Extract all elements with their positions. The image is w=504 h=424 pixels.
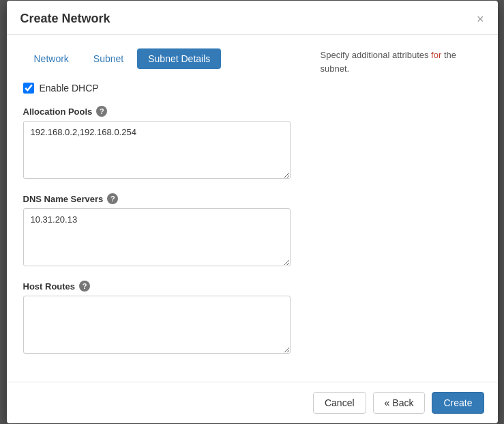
modal-overlay: Create Network × Network Subnet Subnet D…	[0, 0, 504, 424]
host-routes-help-icon[interactable]: ?	[79, 281, 90, 292]
create-button[interactable]: Create	[432, 392, 484, 414]
dns-name-servers-help-icon[interactable]: ?	[107, 193, 118, 204]
modal-footer: Cancel « Back Create	[7, 382, 498, 423]
cancel-button[interactable]: Cancel	[313, 392, 366, 414]
tabs-container: Network Subnet Subnet Details	[23, 48, 291, 69]
host-routes-section: Host Routes ?	[23, 281, 291, 356]
enable-dhcp-checkbox[interactable]	[23, 83, 34, 94]
create-network-modal: Create Network × Network Subnet Subnet D…	[7, 1, 498, 423]
modal-body: Network Subnet Subnet Details Enable DHC…	[7, 35, 498, 382]
allocation-pools-section: Allocation Pools ? 192.168.0.2,192.168.0…	[23, 106, 291, 181]
host-routes-textarea[interactable]	[23, 296, 291, 354]
left-panel: Network Subnet Subnet Details Enable DHC…	[7, 35, 307, 382]
allocation-pools-label: Allocation Pools ?	[23, 106, 291, 117]
tab-subnet[interactable]: Subnet	[83, 48, 134, 69]
back-arrow-icon: «	[385, 397, 390, 408]
tab-network[interactable]: Network	[23, 48, 80, 69]
dns-name-servers-label: DNS Name Servers ?	[23, 193, 291, 204]
allocation-pools-textarea[interactable]: 192.168.0.2,192.168.0.254	[23, 121, 291, 179]
dns-name-servers-section: DNS Name Servers ? 10.31.20.13	[23, 193, 291, 268]
modal-title: Create Network	[20, 12, 110, 26]
modal-header: Create Network ×	[7, 1, 498, 35]
back-button[interactable]: « Back	[373, 392, 426, 414]
dns-name-servers-textarea[interactable]: 10.31.20.13	[23, 208, 291, 266]
tab-subnet-details[interactable]: Subnet Details	[137, 48, 221, 69]
enable-dhcp-label[interactable]: Enable DHCP	[40, 83, 99, 94]
hint-text: Specify additional attributes for the su…	[321, 48, 484, 75]
modal-close-button[interactable]: ×	[477, 13, 484, 25]
enable-dhcp-row: Enable DHCP	[23, 83, 291, 94]
right-panel: Specify additional attributes for the su…	[307, 35, 498, 382]
host-routes-label: Host Routes ?	[23, 281, 291, 292]
allocation-pools-help-icon[interactable]: ?	[96, 106, 107, 117]
